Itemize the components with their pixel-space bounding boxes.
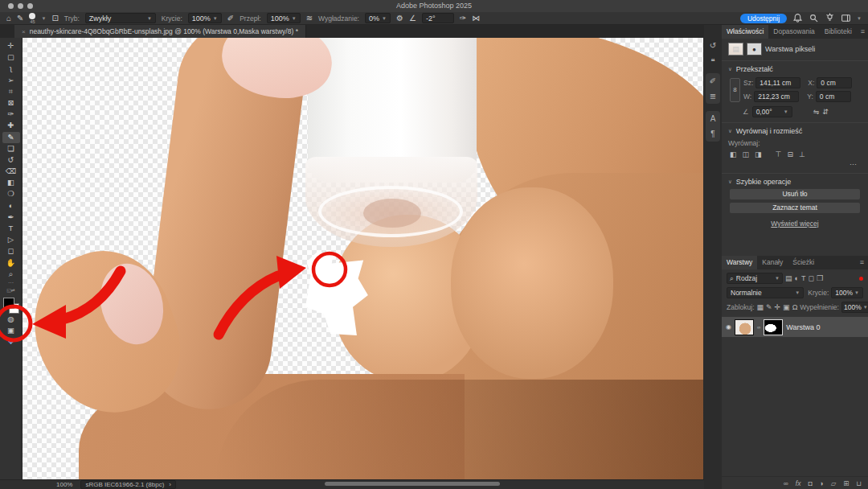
tool-type[interactable]: T: [2, 223, 20, 234]
history-icon[interactable]: ↺: [710, 41, 716, 50]
width-field[interactable]: 141,11 cm: [755, 77, 800, 88]
layer-filter-kind-dropdown[interactable]: ⌕ Rodzaj ▼: [727, 273, 783, 284]
tool-dodge[interactable]: ◐: [2, 200, 20, 212]
align-left-icon[interactable]: ◧: [730, 150, 737, 158]
layer-filter-toggle[interactable]: [859, 277, 863, 281]
tab-libraries[interactable]: Biblioteki: [820, 25, 857, 39]
lock-all-icon[interactable]: Ω: [792, 303, 798, 311]
align-section-header[interactable]: ∨ Wyrównaj i rozmieść: [728, 127, 862, 135]
tool-frame[interactable]: ⊠: [2, 97, 20, 109]
lock-pixels-icon[interactable]: ✎: [766, 303, 772, 311]
character-panel-icon[interactable]: A: [710, 114, 716, 123]
layer-visibility-eye-icon[interactable]: ◉: [726, 323, 731, 331]
tool-spot-healing[interactable]: ✚: [2, 120, 20, 131]
brush-settings-panel-toggle[interactable]: ⊡: [51, 14, 58, 23]
symmetry-icon[interactable]: ⋈: [472, 14, 480, 23]
quick-actions-header[interactable]: ∨ Szybkie operacje: [728, 178, 862, 186]
x-field[interactable]: 0 cm: [817, 77, 852, 88]
filter-type-layers-icon[interactable]: T: [801, 274, 806, 282]
layer-row-warstwa-0[interactable]: ◉ ∞ Warstwa 0: [722, 317, 868, 337]
tool-blur[interactable]: ❍: [2, 188, 20, 199]
align-middle-icon[interactable]: ⊟: [787, 150, 793, 158]
tool-lasso[interactable]: ʅ: [2, 63, 20, 74]
document-canvas[interactable]: [23, 38, 703, 479]
more-tools-ellipsis[interactable]: ···: [2, 280, 20, 288]
lock-position-icon[interactable]: ✛: [775, 303, 781, 311]
tool-clone-stamp[interactable]: ❏: [2, 143, 20, 154]
filter-shape-layers-icon[interactable]: ◻: [808, 274, 813, 282]
tab-properties[interactable]: Właściwości: [722, 25, 768, 39]
tab-layers[interactable]: Warstwy: [722, 256, 757, 269]
align-right-icon[interactable]: ◨: [755, 150, 762, 158]
size-pressure-icon[interactable]: ✑: [460, 14, 466, 23]
flow-dropdown[interactable]: 100% ▼: [267, 13, 301, 23]
airbrush-icon[interactable]: ≋: [306, 14, 313, 23]
notifications-bell-icon[interactable]: [792, 13, 803, 23]
align-bottom-icon[interactable]: ⊥: [799, 150, 805, 158]
brush-preset-picker[interactable]: 45: [29, 13, 35, 24]
filter-smart-objects-icon[interactable]: ❒: [817, 274, 823, 282]
blend-mode-dropdown[interactable]: Normalnie ▼: [727, 287, 804, 298]
search-icon[interactable]: [809, 13, 819, 23]
tool-gradient[interactable]: ◧: [2, 177, 20, 188]
opacity-pressure-icon[interactable]: ✐: [227, 14, 234, 23]
tab-channels[interactable]: Kanały: [757, 256, 788, 269]
layer-opacity-dropdown[interactable]: 100% ▼: [831, 287, 863, 298]
filter-pixel-layers-icon[interactable]: ▤: [785, 274, 792, 282]
color-swatches[interactable]: [3, 296, 19, 314]
screen-mode-toggle[interactable]: ▣: [2, 325, 20, 336]
tool-object-selection[interactable]: ➢: [2, 75, 20, 86]
adjustments-sliders-icon[interactable]: ≣: [710, 92, 716, 101]
edit-toolbar-icon[interactable]: ❖: [2, 336, 20, 347]
filter-adjustment-layers-icon[interactable]: ◐: [795, 274, 799, 282]
lock-transparency-icon[interactable]: ▦: [757, 303, 764, 311]
discover-lightbulb-icon[interactable]: [825, 13, 835, 23]
add-layer-mask-icon[interactable]: ◘: [808, 479, 812, 487]
height-field[interactable]: 212,23 cm: [754, 91, 799, 102]
zoom-level[interactable]: 100%: [56, 481, 72, 488]
tool-history-brush[interactable]: ↺: [2, 154, 20, 166]
flip-horizontal-icon[interactable]: ⇋: [813, 108, 820, 116]
align-center-h-icon[interactable]: ◫: [743, 150, 750, 158]
view-more-link[interactable]: Wyświetl więcej: [722, 220, 868, 228]
panel-menu-icon[interactable]: ≡: [857, 25, 868, 39]
home-icon[interactable]: ⌂: [6, 14, 11, 23]
share-button[interactable]: Udostępnij: [740, 14, 787, 23]
brush-tool-preset-icon[interactable]: ✎: [17, 14, 23, 23]
paragraph-panel-icon[interactable]: ¶: [710, 129, 714, 138]
link-layers-icon[interactable]: ∞: [784, 479, 788, 487]
blend-mode-dropdown[interactable]: Zwykły ▼: [85, 13, 156, 23]
brush-settings-icon[interactable]: ✐: [710, 76, 716, 85]
tool-brush[interactable]: ✎: [2, 132, 20, 143]
color-profile-field[interactable]: sRGB IEC61966-2.1 (8bpc) ›: [80, 480, 176, 489]
tool-move[interactable]: ✛: [2, 40, 20, 51]
new-layer-icon[interactable]: ⊞: [843, 479, 849, 487]
tab-close-icon[interactable]: ×: [22, 28, 26, 35]
workspace-switcher-icon[interactable]: [841, 13, 851, 23]
new-group-folder-icon[interactable]: ▱: [831, 479, 837, 487]
tool-pen[interactable]: ✒: [2, 212, 20, 223]
layer-fill-dropdown[interactable]: 100% ▼: [841, 302, 868, 313]
smoothing-settings-gear-icon[interactable]: ⚙: [396, 14, 403, 23]
tab-paths[interactable]: Ścieżki: [788, 256, 819, 269]
tool-eraser[interactable]: ⌫: [2, 166, 20, 177]
layer-style-fx-icon[interactable]: fx: [796, 479, 801, 487]
tab-adjustments[interactable]: Dopasowania: [768, 25, 820, 39]
swatch-mini-icons[interactable]: ◱⇄: [6, 288, 15, 294]
adjustment-layer-icon[interactable]: ◑: [820, 479, 824, 487]
opacity-dropdown[interactable]: 100% ▼: [188, 13, 222, 23]
horizontal-scrollbar-thumb[interactable]: [325, 482, 500, 486]
remove-background-button[interactable]: Usuń tło: [730, 189, 860, 199]
comments-icon[interactable]: ❝: [710, 57, 714, 66]
smoothing-dropdown[interactable]: 0% ▼: [365, 13, 391, 23]
layer-mask-link-icon[interactable]: ∞: [757, 325, 760, 330]
foreground-color-swatch[interactable]: [3, 298, 14, 309]
align-more-ellipsis[interactable]: ···: [722, 160, 857, 168]
tool-hand[interactable]: ✋: [2, 257, 20, 269]
tool-eyedropper[interactable]: ✑: [2, 109, 20, 120]
tool-shape[interactable]: ◻: [2, 245, 20, 257]
select-subject-button[interactable]: Zaznacz temat: [730, 203, 860, 213]
layer-mask-thumbnail[interactable]: [764, 319, 783, 335]
transform-section-header[interactable]: ∨ Przekształć: [728, 65, 862, 73]
tool-zoom[interactable]: ⌕: [2, 269, 20, 280]
